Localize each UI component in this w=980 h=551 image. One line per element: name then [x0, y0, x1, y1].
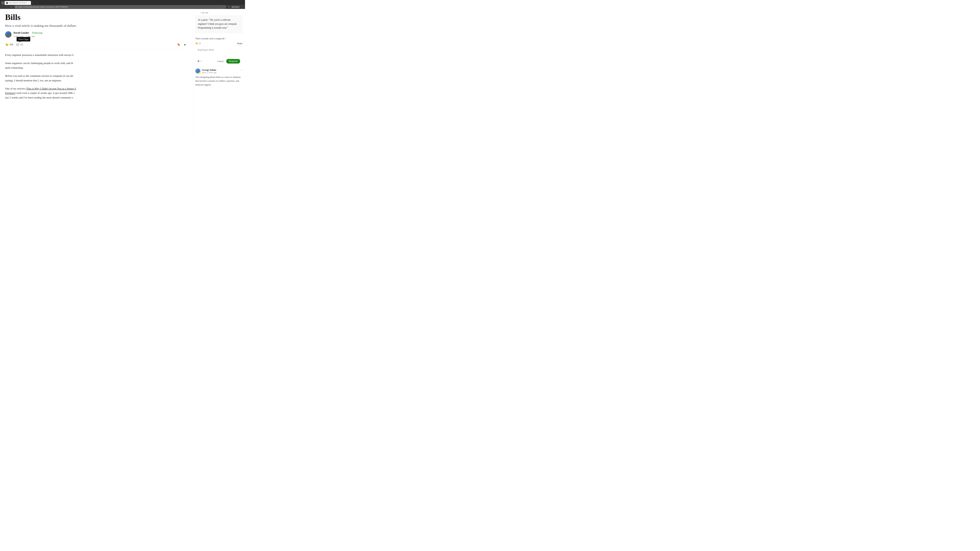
bold-format-button[interactable]: B [198, 60, 199, 63]
view-claps-tooltip: View Claps [17, 37, 30, 41]
address-icons: ☆ [224, 6, 225, 8]
commenter-row: 👤 ⭐ George Sabine about 22 hours ago ··· [195, 68, 242, 73]
cancel-button[interactable]: Cancel [216, 59, 225, 64]
comment-clap-count[interactable]: 👏 21 [195, 42, 201, 44]
incognito-icon: 🕵 [232, 6, 234, 8]
incognito-label: Incognito [234, 6, 239, 8]
forward-button[interactable]: → [6, 5, 9, 9]
claps-count: 898 [10, 43, 13, 46]
tab-title: Angry Engineers Are Paying M... [9, 2, 27, 4]
browser-menu-icons: ⧉ 🕵 Incognito ⋮ [228, 5, 244, 9]
comment-clap-number: 21 [199, 42, 201, 44]
author-dot: · [30, 32, 31, 35]
new-tab-button[interactable]: + [32, 2, 34, 4]
claps-stat[interactable]: 👏 898 [5, 43, 13, 46]
clap-icon: 👏 [5, 43, 9, 46]
url-input[interactable] [18, 6, 223, 8]
paragraph-1: Every engineer possesses a remarkable ob… [5, 53, 188, 57]
commenter-info: George Sabine about 22 hours ago [202, 68, 239, 73]
more-menu-button[interactable]: ⋮ [241, 5, 244, 9]
stat-actions: 🔖 ▶ [177, 42, 188, 47]
comments-panel: 1 day ago At a party: "Oh, you're a soft… [192, 9, 245, 138]
quote-comment-block: At a party: "Oh, you're a software engin… [195, 15, 242, 33]
author-name[interactable]: David Goudet [14, 32, 29, 35]
save-button[interactable]: 🔖 [177, 42, 181, 47]
easy-word: easy [222, 26, 227, 29]
address-bar[interactable]: 🔒 ☆ [14, 5, 226, 9]
reply-comment-text: That's actually such a tough job ! [195, 37, 242, 40]
paragraph-2: Some engineers can be challenging people… [5, 61, 188, 70]
article-subtitle: How a viral article is making me thousan… [5, 24, 188, 27]
author-row: 👤 David Goudet · Following 5 min read · … [5, 31, 188, 38]
author-name-row: David Goudet · Following [14, 32, 42, 35]
commenter-name[interactable]: George Sabine [202, 68, 239, 71]
following-button[interactable]: Following [32, 32, 42, 35]
lock-icon: 🔒 [15, 6, 18, 8]
article-body: Every engineer possesses a remarkable ob… [5, 53, 188, 100]
reply-actions: Cancel Respond [216, 59, 240, 64]
tab-switcher[interactable]: ⌄ [1, 1, 4, 5]
comment-footer: 👏 21 Reply [195, 42, 242, 44]
main-layout: Bills How a viral article is making me t… [0, 9, 245, 138]
george-comment-text: This intriguing phrase hints at a story … [195, 75, 242, 87]
paragraph-3: Before you rush to the comments section … [5, 73, 188, 83]
comment-icon: 💬 [16, 43, 19, 46]
reply-section: That's actually such a tough job ! 👏 21 … [195, 35, 242, 46]
comment-clap-icon: 👏 [195, 42, 198, 44]
tab-favicon: M [6, 2, 8, 4]
comment-more-button[interactable]: ··· [241, 68, 243, 71]
italic-format-button[interactable]: i [201, 60, 202, 63]
comments-content: 1 day ago At a party: "Oh, you're a soft… [192, 9, 245, 138]
top-comment-time: 1 day ago [200, 11, 242, 14]
author-avatar[interactable]: 👤 [5, 31, 11, 38]
tab-group: ⌄ M Angry Engineers Are Paying M... ✕ + [1, 1, 34, 5]
paragraph-4: One of my articles (This is Why I Didn't… [5, 86, 188, 100]
bookmark-manager-icon[interactable]: ⧉ [228, 5, 231, 9]
back-button[interactable]: ← [1, 5, 5, 9]
comments-count: 18 [21, 43, 23, 46]
stats-row: 👏 898 💬 18 🔖 ▶ [5, 40, 188, 49]
article-area: Bills How a viral article is making me t… [0, 9, 192, 138]
reload-button[interactable]: ↻ [10, 5, 13, 9]
browser-toolbar: ← → ↻ 🔒 ☆ ⧉ 🕵 Incognito ⋮ [0, 5, 245, 9]
bookmark-icon[interactable]: ☆ [224, 6, 225, 8]
comment-quote-text: At a party: "Oh, you're a software engin… [198, 18, 240, 30]
reply-toolbar: B i Cancel Respond [198, 58, 240, 64]
author-info: David Goudet · Following 5 min read · 1 … [14, 32, 42, 38]
reply-button[interactable]: Reply [237, 42, 242, 44]
reply-input[interactable] [198, 48, 240, 56]
george-comment-section: 👤 ⭐ George Sabine about 22 hours ago ···… [195, 68, 242, 87]
browser-chrome: ⌄ M Angry Engineers Are Paying M... ✕ + … [0, 0, 245, 9]
respond-button[interactable]: Respond [226, 59, 240, 64]
play-button[interactable]: ▶ [183, 42, 188, 47]
tab-close-button[interactable]: ✕ [28, 2, 30, 4]
commenter-time: about 22 hours ago [202, 71, 239, 74]
active-tab[interactable]: M Angry Engineers Are Paying M... ✕ [5, 1, 31, 5]
browser-tabs: ⌄ M Angry Engineers Are Paying M... ✕ + [0, 0, 245, 5]
viral-article-link[interactable]: This is Why I Didn't Accept You as a Sen… [5, 87, 76, 94]
article-title: Bills [5, 13, 188, 22]
view-claps-label: View Claps [18, 38, 28, 40]
verified-badge: ⭐ [199, 72, 200, 74]
comments-stat[interactable]: 💬 18 [16, 43, 23, 46]
reply-box: B i Cancel Respond [195, 46, 242, 66]
george-avatar: 👤 ⭐ [195, 68, 200, 73]
incognito-badge: 🕵 Incognito [231, 6, 240, 8]
